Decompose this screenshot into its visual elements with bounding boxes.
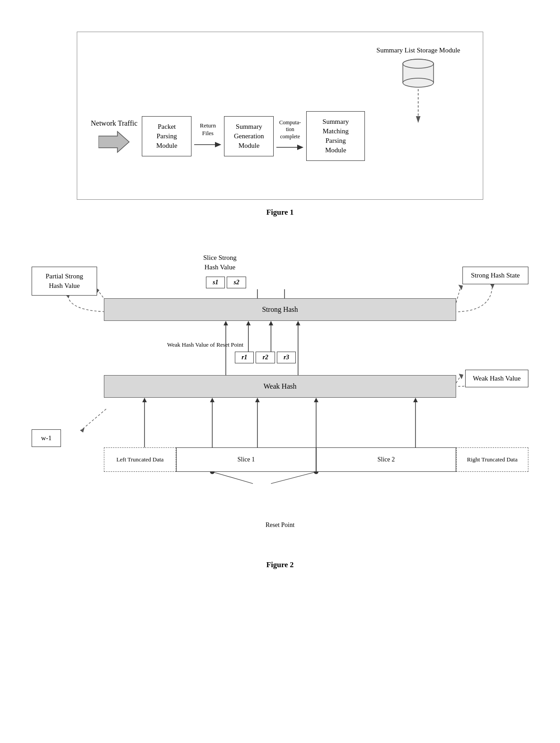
slice1-data: Slice 1: [176, 447, 316, 472]
svg-marker-32: [142, 398, 147, 402]
fig1-wrapper: Summary List Storage Module: [91, 46, 469, 186]
s1-box: s1: [206, 277, 225, 288]
partial-strong-hash-label: Partial Strong Hash Value: [32, 267, 97, 296]
summary-generation-module: Summary Generation Module: [224, 116, 274, 156]
weak-hash-value-label: Weak Hash Value: [465, 370, 528, 387]
arrow-computation-label: Computa- tion complete: [279, 119, 301, 141]
page: Summary List Storage Module: [0, 0, 560, 743]
strong-hash-block: Strong Hash: [104, 298, 456, 321]
svg-marker-26: [210, 398, 215, 402]
svg-marker-28: [255, 398, 260, 402]
arrow-right-icon: [194, 139, 221, 150]
figure2-caption: Figure 2: [27, 560, 533, 569]
svg-marker-46: [459, 374, 463, 379]
r3-box: r3: [277, 352, 296, 363]
svg-point-5: [403, 59, 434, 68]
figure1-container: Summary List Storage Module: [77, 32, 483, 200]
s2-box: s2: [227, 277, 246, 288]
arrow-return-files-label: Return Files: [200, 122, 216, 137]
weak-hash-reset-label: Weak Hash Value of Reset Point: [167, 341, 243, 348]
network-traffic: Network Traffic: [91, 119, 137, 154]
storage-module-label: Summary List Storage Module: [377, 46, 460, 55]
svg-marker-48: [490, 284, 495, 288]
slice-strong-hash-label: Slice Strong Hash Value: [203, 253, 237, 272]
w1-box: w-1: [32, 429, 61, 447]
fig1-flow: Network Traffic Packet Parsing Module Re…: [91, 86, 469, 186]
svg-marker-30: [314, 398, 318, 402]
svg-marker-8: [98, 132, 129, 152]
arrow-computation-icon: [276, 142, 303, 153]
cylinder-icon: [400, 57, 436, 89]
svg-marker-24: [269, 321, 273, 325]
svg-marker-12: [297, 145, 303, 150]
packet-parsing-module: Packet Parsing Module: [142, 116, 191, 156]
slice-hash-boxes: s1 s2: [206, 277, 246, 288]
svg-marker-20: [296, 321, 300, 325]
svg-line-38: [271, 472, 316, 484]
left-truncated-data: Left Truncated Data: [104, 447, 176, 472]
figure-spacer: [27, 217, 533, 253]
figure2-container: Slice Strong Hash Value s1 s2 Partial St…: [32, 253, 528, 533]
svg-marker-40: [80, 428, 84, 433]
svg-marker-10: [215, 142, 221, 147]
data-row: Left Truncated Data Slice 1 Slice 2 Righ…: [104, 447, 528, 472]
summary-matching-module: Summary Matching Parsing Module: [306, 111, 365, 161]
strong-hash-state-label: Strong Hash State: [462, 267, 528, 284]
network-traffic-arrow-icon: [98, 131, 130, 153]
svg-line-39: [82, 409, 106, 429]
arrow-computation: Computa- tion complete: [276, 119, 303, 153]
weak-hash-block: Weak Hash: [104, 375, 456, 398]
network-traffic-label: Network Traffic: [91, 119, 137, 128]
svg-marker-18: [224, 321, 228, 325]
svg-marker-44: [458, 285, 463, 290]
figure1-caption: Figure 1: [27, 208, 533, 217]
arrow-return-files: Return Files: [194, 122, 221, 150]
reset-point-label: Reset Point: [266, 522, 294, 529]
slice2-data: Slice 2: [316, 447, 456, 472]
svg-marker-34: [413, 398, 418, 402]
svg-marker-22: [246, 321, 251, 325]
reset-boxes: r1 r2 r3: [235, 352, 296, 363]
r2-box: r2: [256, 352, 275, 363]
r1-box: r1: [235, 352, 254, 363]
right-truncated-data: Right Truncated Data: [456, 447, 528, 472]
svg-line-37: [212, 472, 253, 484]
